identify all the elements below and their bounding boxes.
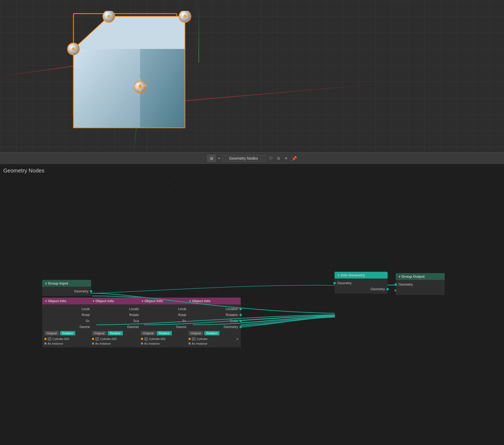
node-group-name[interactable]: Geometry Nodes [222,155,265,162]
group-output-label: Group Output [401,274,425,279]
node-object-info-4[interactable]: ∨ Object Info Location Rotation Scale Ge… [186,298,241,347]
obj-info-1-buttons: Original Relative [42,330,97,336]
obj-info-1-rotation-row: Rotation [42,312,97,318]
obj-info-4-swatch [192,337,196,341]
svg-marker-4 [73,16,185,49]
group-output-geometry-row: Geometry [396,282,445,288]
toolbar-actions: 🛡 ⧉ ✕ [268,155,289,162]
obj-info-3-instance-label: As Instance [144,342,160,345]
3d-viewport[interactable] [0,0,504,152]
obj-info-4-label: Object Info [192,299,211,303]
obj-info-2-instance-dot [92,342,94,345]
obj-info-1-scale-row: Scale [42,318,97,324]
node-group-input[interactable]: ∨ Group Input Geometry [42,280,91,296]
obj-info-4-geometry-socket[interactable] [239,326,242,328]
node-object-info-1[interactable]: ∨ Object Info Location Rotation Scale Ge… [42,298,97,347]
node-group-output[interactable]: ∨ Group Output Geometry [396,273,445,295]
editor-type-button[interactable]: ⊞ [207,154,216,162]
obj-info-3-cylinder-label: Cylinder.001 [149,337,166,341]
join-geometry-label: Join Geometry [340,273,365,277]
obj-info-1-original-btn[interactable]: Original [44,331,59,335]
obj-info-3-rotation-row: Rotation [139,312,193,318]
obj-info-4-rotation-socket[interactable] [239,314,242,316]
join-geometry-output-label: Geometry [370,287,385,291]
node-object-info-2[interactable]: ∨ Object Info Location Rotation Scale Ge… [90,298,144,347]
join-geometry-output-socket[interactable] [386,288,389,291]
shield-button[interactable]: 🛡 [268,155,274,162]
join-geometry-input-socket[interactable] [333,282,336,285]
obj-info-2-cylinder-label: Cylinder.002 [100,337,117,341]
pin-icon[interactable]: 📌 [292,156,297,161]
svg-point-11 [183,15,187,18]
group-input-geometry-socket[interactable] [90,290,92,293]
obj-info-3-original-btn[interactable]: Original [141,331,156,335]
obj-info-4-original-btn[interactable]: Original [188,331,203,335]
obj-info-1-relative-btn[interactable]: Relative [60,331,75,335]
collapse-arrow[interactable]: ∨ [189,299,191,302]
svg-point-9 [107,15,110,18]
obj-info-4-dot [188,338,191,340]
group-input-geometry-row: Geometry [42,288,91,294]
obj-info-2-instance-label: As Instance [95,342,111,345]
obj-info-2-dot [92,338,94,340]
obj-info-1-instance-label: As Instance [48,342,63,345]
node-join-geometry[interactable]: ∨ Join Geometry Geometry Geometry [335,272,388,294]
dropdown-arrow: ▾ [218,156,220,160]
obj-info-4-location-socket[interactable] [239,308,242,310]
group-output-extra-row [396,288,445,293]
obj-info-1-dot [44,338,47,340]
obj-info-4-remove-btn[interactable]: ✕ [236,337,239,341]
obj-info-2-scale-row: Scale [90,318,144,324]
collapse-arrow[interactable]: ∨ [45,282,47,285]
obj-info-2-geometry-row: Geometry [90,324,144,330]
editor-icon: ⊞ [210,156,213,160]
cube-svg [60,11,201,150]
svg-marker-6 [140,49,185,128]
node-object-info-3[interactable]: ∨ Object Info Location Rotation Scale Ge… [139,298,193,347]
obj-info-4-instance-label: As Instance [192,342,207,345]
collapse-arrow[interactable]: ∨ [92,299,94,302]
obj-info-2-label: Object Info [95,299,114,303]
obj-info-2-relative-btn[interactable]: Relative [108,331,123,335]
copy-button[interactable]: ⧉ [275,155,282,162]
group-input-geometry-label: Geometry [74,289,88,293]
node-editor-title: Geometry Nodes [3,168,44,174]
obj-info-4-location-row: Location [186,306,241,312]
obj-info-1-instance-dot [44,342,47,345]
obj-info-4-instance-row: As Instance [186,341,241,346]
close-button[interactable]: ✕ [283,155,289,162]
collapse-arrow[interactable]: ∨ [398,275,400,278]
obj-info-2-rotation-row: Rotation [90,312,144,318]
obj-info-4-relative-btn[interactable]: Relative [204,331,219,335]
obj-info-1-geometry-row: Geometry [42,324,97,330]
node-obj-info-2-header: ∨ Object Info [90,298,144,304]
obj-info-1-swatch [48,337,51,341]
obj-info-2-location-row: Location [90,306,144,312]
obj-info-3-scale-row: Scale [139,318,193,324]
node-group-output-header: ∨ Group Output [396,273,445,280]
collapse-arrow[interactable]: ∨ [141,299,143,302]
node-group-output-body: Geometry [396,280,445,295]
obj-info-2-buttons: Original Relative [90,330,144,336]
obj-info-3-instance-dot [141,342,143,345]
svg-marker-5 [73,49,140,128]
group-output-geometry-label: Geometry [398,283,413,286]
collapse-arrow[interactable]: ∨ [45,299,47,302]
group-output-geometry-socket[interactable] [394,283,397,286]
group-output-extra-socket[interactable] [394,289,397,292]
collapse-arrow[interactable]: ∨ [337,274,339,277]
obj-info-2-cylinder-row: Cylinder.002 ✕ [90,336,144,341]
obj-info-3-relative-btn[interactable]: Relative [157,331,172,335]
group-input-label: Group Input [48,281,68,285]
obj-info-1-label: Object Info [48,299,66,303]
join-geometry-output-row: Geometry [335,286,388,292]
obj-info-3-swatch [144,337,148,341]
obj-info-4-cylinder-label: Cylinder [197,337,208,341]
obj-info-4-scale-socket[interactable] [239,320,242,322]
node-editor[interactable]: Geometry Nodes ∨ Group Input Geometry [0,164,504,445]
node-join-geometry-body: Geometry Geometry [335,279,388,294]
obj-info-2-original-btn[interactable]: Original [92,331,107,335]
node-obj-info-4-header: ∨ Object Info [186,298,241,304]
obj-info-1-cylinder-label: Cylinder.003 [52,337,69,341]
node-group-input-header: ∨ Group Input [42,280,91,287]
